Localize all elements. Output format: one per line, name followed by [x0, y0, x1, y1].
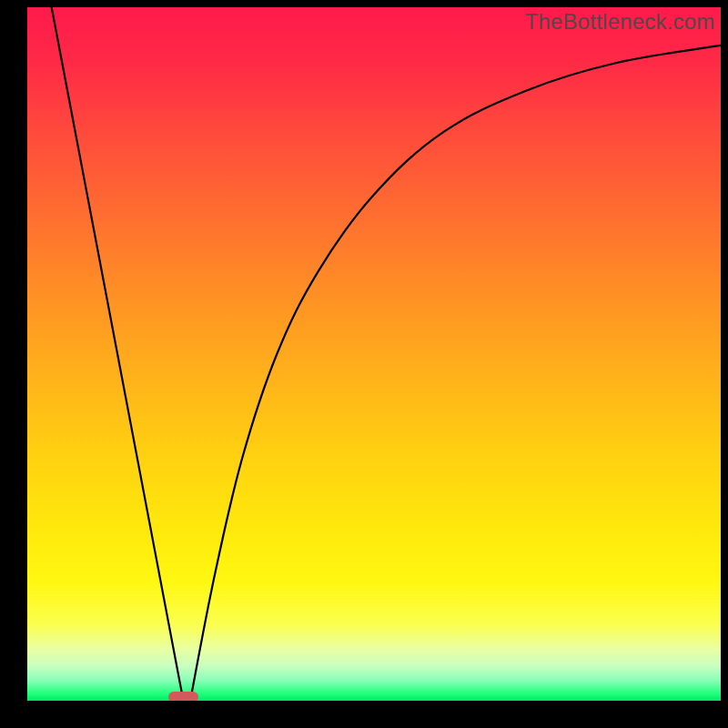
plot-area: TheBottleneck.com [27, 7, 721, 701]
chart-frame: TheBottleneck.com [0, 0, 728, 728]
bottleneck-curve [27, 7, 721, 701]
minimum-marker [168, 692, 198, 701]
